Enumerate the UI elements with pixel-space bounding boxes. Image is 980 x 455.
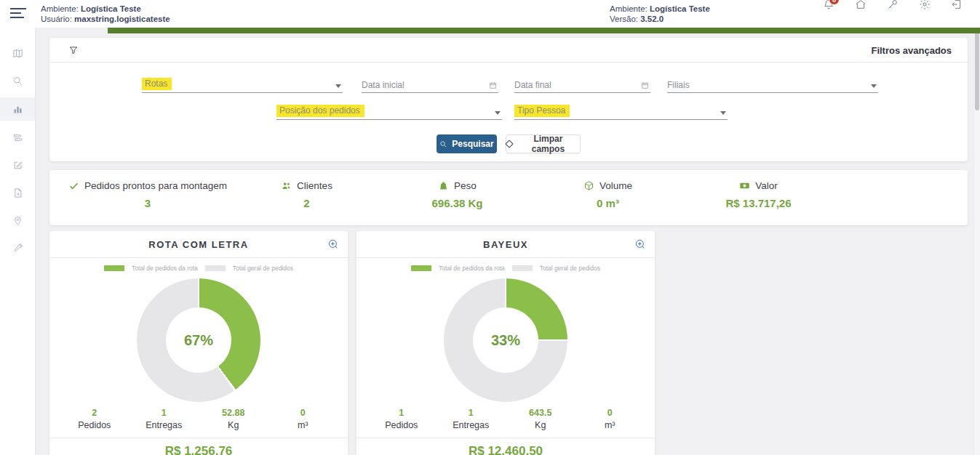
stat-kg: 643.5 Kg [506, 408, 575, 430]
summary-label: Valor [755, 180, 778, 191]
gear-icon[interactable] [919, 0, 932, 12]
stat-label: Kg [199, 420, 268, 430]
key-icon[interactable] [887, 0, 900, 12]
posicao-pedidos-select[interactable]: Posição dos pedidos [276, 104, 502, 120]
search-icon [439, 140, 447, 148]
stat-label: m³ [575, 420, 645, 430]
summary-value: 0 m³ [533, 197, 683, 209]
chart-legend: Total de pedidos da rota Total geral de … [356, 265, 655, 272]
donut-percent: 33% [491, 332, 520, 349]
stat-value: 0 [268, 408, 338, 418]
summary-label: Peso [454, 180, 477, 191]
summary-label: Pedidos prontos para montagem [84, 180, 227, 191]
route-chart-card: BAYEUX Total de pedidos da rota Total ge… [356, 231, 655, 455]
summary-label: Clientes [297, 180, 332, 191]
data-final-input[interactable]: Data final [514, 77, 650, 93]
summary-peso: Peso 696.38 Kg [382, 180, 533, 225]
data-inicial-input[interactable]: Data inicial [362, 77, 498, 93]
scrollbar-thumb[interactable] [975, 31, 979, 110]
stat-value: 2 [60, 408, 130, 418]
divider [49, 62, 968, 63]
ambiente-label-2: Ambiente: [610, 4, 648, 13]
legend-label-rota: Total de pedidos da rota [132, 265, 198, 272]
ambiente-value: Logística Teste [81, 4, 141, 13]
stat-value: 643.5 [506, 408, 575, 418]
donut-chart: 33% [444, 278, 567, 402]
stat-m3: 0 m³ [575, 408, 645, 430]
data-final-label: Data final [514, 80, 551, 90]
versao-label: Versão: [610, 15, 638, 23]
chart-title: ROTA COM LETRA [148, 239, 248, 250]
stat-value: 52.88 [199, 408, 268, 418]
limpar-campos-button[interactable]: Limpar campos [506, 134, 581, 153]
document-icon[interactable] [0, 182, 35, 204]
summary-volume: Volume 0 m³ [533, 180, 683, 225]
stat-label: Pedidos [367, 420, 437, 430]
chart-title: BAYEUX [483, 239, 528, 250]
stat-pedidos: 1 Pedidos [367, 408, 437, 430]
legend-label-geral: Total geral de pedidos [233, 265, 293, 272]
left-sidebar [0, 28, 35, 455]
edit-icon[interactable] [0, 154, 35, 176]
cube-icon [583, 180, 594, 191]
rotas-select[interactable]: Rotas [142, 77, 343, 93]
filter-panel: Filtros avançados Rotas Data inicial Dat… [49, 38, 968, 161]
legend-label-rota: Total de pedidos da rota [439, 265, 505, 272]
donut-percent: 67% [184, 332, 213, 349]
summary-value: 696.38 Kg [382, 197, 533, 209]
stat-value: 1 [367, 408, 437, 418]
calendar-icon [489, 81, 497, 89]
bell-icon[interactable]: 0 [823, 0, 836, 12]
filiais-label: Filiais [667, 80, 690, 90]
home-icon[interactable] [855, 0, 868, 12]
versao-value: 3.52.0 [640, 15, 664, 23]
chevron-down-icon [495, 111, 501, 115]
legend-swatch-rota [411, 265, 431, 271]
summary-value: 3 [64, 197, 231, 209]
pin-icon[interactable] [0, 209, 35, 231]
money-icon [739, 180, 750, 191]
stat-label: Kg [506, 420, 575, 430]
ambiente-label: Ambiente: [41, 4, 79, 13]
top-header: Ambiente: Logística Teste Usuário: maxst… [0, 0, 980, 28]
zoom-in-icon[interactable] [327, 238, 339, 250]
route-chart-card: ROTA COM LETRA Total de pedidos da rota … [49, 231, 348, 455]
logout-icon[interactable] [951, 0, 964, 12]
vertical-scrollbar[interactable] [974, 28, 980, 455]
stat-entregas: 1 Entregas [130, 408, 199, 430]
zoom-in-icon[interactable] [634, 238, 646, 250]
stat-entregas: 1 Entregas [437, 408, 506, 430]
menu-icon[interactable] [10, 8, 26, 20]
legend-swatch-geral [512, 265, 533, 271]
chevron-down-icon [335, 84, 341, 88]
routes-icon[interactable] [0, 126, 35, 148]
stat-label: Entregas [437, 420, 506, 430]
accent-bar [108, 28, 980, 33]
pesquisar-button[interactable]: Pesquisar [437, 134, 497, 153]
stat-value: 1 [130, 408, 199, 418]
stat-m3: 0 m³ [268, 408, 338, 430]
environment-info-left: Ambiente: Logística Teste Usuário: maxst… [41, 4, 170, 24]
filters-title: Filtros avançados [871, 45, 952, 56]
chevron-down-icon [720, 111, 726, 115]
legend-label-geral: Total geral de pedidos [540, 265, 600, 272]
legend-swatch-geral [205, 265, 226, 271]
chevron-down-icon [871, 84, 877, 88]
summary-label: Volume [599, 180, 632, 191]
chart-stats: 1 Pedidos 1 Entregas 643.5 Kg 0 m³ [356, 408, 655, 430]
tools-icon[interactable] [0, 237, 35, 259]
funnel-icon[interactable] [68, 45, 79, 55]
tipo-pessoa-label: Tipo Pessoa [514, 105, 570, 117]
search-icon[interactable] [0, 70, 35, 92]
filiais-select[interactable]: Filiais [667, 77, 878, 93]
ambiente-value-2: Logística Teste [650, 4, 710, 13]
map-icon[interactable] [0, 42, 35, 64]
stat-value: 1 [437, 408, 506, 418]
donut-hole: 33% [473, 307, 538, 373]
summary-panel: Pedidos prontos para montagem 3 Clientes… [49, 170, 968, 225]
bar-chart-icon[interactable] [0, 97, 35, 121]
stat-kg: 52.88 Kg [199, 408, 268, 430]
summary-clientes: Clientes 2 [231, 180, 382, 225]
chart-total-value: R$ 12.460,50 [356, 438, 655, 455]
tipo-pessoa-select[interactable]: Tipo Pessoa [514, 104, 728, 120]
